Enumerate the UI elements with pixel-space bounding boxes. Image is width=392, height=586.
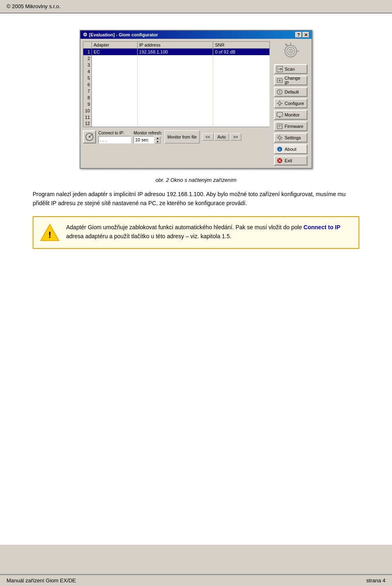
- scan-icon: [276, 66, 283, 72]
- firmware-button[interactable]: Firmware: [274, 121, 307, 131]
- close-button[interactable]: ✕: [303, 32, 309, 38]
- satellite-icon: [281, 41, 301, 61]
- row-snr: [213, 81, 270, 88]
- settings-label: Settings: [285, 135, 301, 140]
- about-button[interactable]: i About: [274, 144, 307, 154]
- change-ip-button[interactable]: Change IP: [274, 76, 307, 85]
- svg-point-19: [279, 92, 280, 93]
- svg-point-20: [278, 102, 281, 105]
- row-ip: [137, 81, 213, 88]
- dialog-title-text: [Evaluation] - Giom configurator: [89, 32, 158, 37]
- row-snr: [213, 55, 270, 62]
- bottom-controls: Connect to IP: Monitor refresh: ▲ ▼: [83, 130, 270, 143]
- spin-up-button[interactable]: ▲: [155, 136, 160, 140]
- row-number: 1: [83, 49, 92, 55]
- scan-button[interactable]: Scan: [274, 64, 307, 74]
- svg-line-37: [281, 139, 282, 140]
- connect-input[interactable]: [98, 136, 131, 143]
- row-number: 11: [83, 114, 92, 121]
- table-row[interactable]: 8: [83, 94, 270, 101]
- change-ip-label: Change IP: [285, 76, 305, 85]
- row-snr: 0 of 92 dB: [213, 49, 270, 55]
- monitor-input[interactable]: [134, 136, 154, 143]
- table-row[interactable]: 7: [83, 88, 270, 94]
- monitor-from-file-button[interactable]: Monitor from file: [165, 130, 200, 143]
- row-number: 7: [83, 88, 92, 94]
- row-adapter: [92, 101, 137, 107]
- spin-down-button[interactable]: ▼: [155, 140, 160, 143]
- help-button[interactable]: ?: [295, 32, 302, 38]
- table-row[interactable]: 11: [83, 114, 270, 121]
- svg-line-36: [278, 136, 278, 136]
- dialog-title: ⚙ [Evaluation] - Giom configurator: [83, 32, 158, 38]
- table-row[interactable]: 10: [83, 107, 270, 114]
- footer-right: strana 4: [366, 577, 385, 584]
- configure-label: Configure: [285, 101, 304, 106]
- row-number: 3: [83, 62, 92, 68]
- table-row[interactable]: 9: [83, 101, 270, 107]
- row-adapter: [92, 107, 137, 114]
- table-row[interactable]: 3: [83, 62, 270, 68]
- col-adapter: Adapter: [92, 42, 137, 49]
- svg-point-31: [278, 136, 281, 139]
- monitor-icon: [276, 112, 283, 118]
- satellite-dish-icon: [85, 132, 94, 142]
- row-number: 5: [83, 75, 92, 81]
- nav-buttons: << Auto >>: [202, 133, 241, 141]
- configure-button[interactable]: Configure: [274, 98, 307, 108]
- dialog-body: Adapter IP address SNR 1EC192.168.1.1000…: [80, 39, 312, 168]
- nav-auto-button[interactable]: Auto: [214, 133, 229, 141]
- row-number: 4: [83, 68, 92, 75]
- row-ip: [137, 55, 213, 62]
- monitor-from-file-label: Monitor from file: [167, 135, 197, 139]
- default-button[interactable]: Default: [274, 87, 307, 97]
- exit-button[interactable]: Exit: [274, 156, 307, 166]
- warning-box: ! Adaptér Giom umožňuje zablokovat funkc…: [33, 216, 359, 249]
- connection-icon-button[interactable]: [83, 130, 96, 143]
- row-number: 8: [83, 94, 92, 101]
- nav-prev-button[interactable]: <<: [202, 133, 214, 141]
- monitor-button[interactable]: Monitor: [274, 110, 307, 120]
- row-snr: [213, 68, 270, 75]
- nav-button-row: << Auto >>: [202, 133, 241, 141]
- svg-rect-28: [277, 124, 282, 129]
- row-number: 12: [83, 121, 92, 127]
- svg-rect-25: [277, 112, 283, 116]
- row-ip: [137, 114, 213, 121]
- page-header: © 2005 Mikrovlny s.r.o.: [0, 0, 392, 13]
- row-ip: [137, 88, 213, 94]
- warning-icon: !: [40, 223, 60, 242]
- table-row[interactable]: 1EC192.168.1.1000 of 92 dB: [83, 49, 270, 55]
- table-row[interactable]: 2: [83, 55, 270, 62]
- about-label: About: [285, 147, 296, 152]
- col-num: [83, 42, 92, 49]
- nav-next-button[interactable]: >>: [230, 133, 241, 141]
- svg-text:!: !: [48, 230, 51, 240]
- table-row[interactable]: 6: [83, 81, 270, 88]
- col-snr: SNR: [213, 42, 270, 49]
- row-snr: [213, 114, 270, 121]
- right-panel: Scan Change IP: [272, 41, 309, 166]
- default-label: Default: [285, 89, 299, 94]
- exit-icon: [276, 157, 283, 164]
- default-icon: [276, 89, 283, 95]
- body-paragraph: Program nalezl jeden adaptér s implicitn…: [33, 190, 359, 208]
- about-icon: i: [276, 146, 283, 152]
- warning-text1: Adaptér Giom umožňuje zablokovat funkci …: [66, 224, 303, 230]
- settings-button[interactable]: Settings: [274, 133, 307, 143]
- row-adapter: [92, 55, 137, 62]
- table-row[interactable]: 12: [83, 121, 270, 127]
- firmware-icon: [276, 123, 283, 130]
- connect-label: Connect to IP:: [98, 131, 131, 135]
- row-snr: [213, 101, 270, 107]
- copyright-text: © 2005 Mikrovlny s.r.o.: [7, 3, 60, 9]
- row-ip: [137, 62, 213, 68]
- monitor-group: Monitor refresh: ▲ ▼: [134, 131, 162, 143]
- connect-group: Connect to IP:: [98, 131, 131, 143]
- settings-icon: [276, 134, 283, 141]
- table-row[interactable]: 5: [83, 75, 270, 81]
- spin-buttons: ▲ ▼: [155, 136, 160, 143]
- row-adapter: [92, 75, 137, 81]
- table-row[interactable]: 4: [83, 68, 270, 75]
- scan-label: Scan: [285, 67, 295, 72]
